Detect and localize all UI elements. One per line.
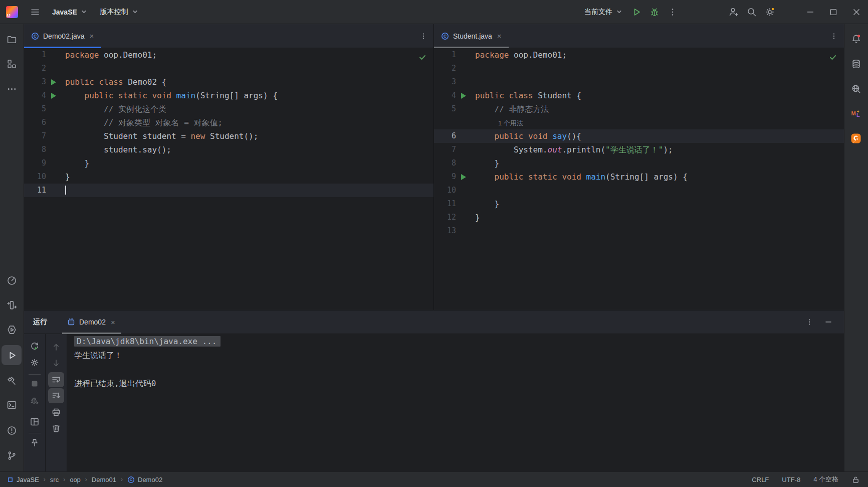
more-actions-button[interactable] [664, 4, 682, 21]
class-icon: C [127, 476, 135, 483]
minimize-button[interactable] [799, 0, 822, 24]
sidebar-item-database[interactable] [846, 54, 866, 74]
editor-right[interactable]: 1package oop.Demo01;234public class Stud… [434, 48, 844, 310]
code-line: 2 [24, 62, 433, 75]
editor-left[interactable]: 1package oop.Demo01;23public class Demo0… [24, 48, 433, 310]
attach-debugger-button[interactable] [27, 393, 43, 408]
sidebar-item-orange-plugin[interactable] [846, 128, 866, 148]
sidebar-item-bracket-tool[interactable] [2, 295, 22, 315]
stop-button[interactable] [27, 376, 43, 391]
line-number[interactable]: 11 [434, 197, 456, 211]
run-config-selector[interactable]: 当前文件 [579, 4, 627, 21]
print-button[interactable] [48, 405, 64, 420]
run-gutter-icon[interactable] [46, 89, 61, 102]
sidebar-item-ml-plugin[interactable]: ML [846, 103, 866, 123]
sidebar-item-more-tools[interactable] [2, 79, 22, 99]
line-number[interactable]: 5 [434, 102, 456, 116]
line-number[interactable]: 7 [24, 129, 46, 143]
console-command-folded[interactable]: D:\Java\jdk8\bin\java.exe ... [74, 336, 221, 347]
sidebar-item-build[interactable] [2, 371, 22, 391]
line-number[interactable]: 9 [24, 156, 46, 170]
line-number[interactable]: 9 [434, 170, 456, 184]
tab-close-icon[interactable]: × [496, 31, 503, 41]
sidebar-item-terminal[interactable] [2, 395, 22, 415]
maximize-button[interactable] [822, 0, 845, 24]
vcs-widget[interactable]: 版本控制 [95, 4, 143, 21]
line-ending-widget[interactable]: CRLF [752, 476, 769, 483]
line-number[interactable] [434, 116, 456, 129]
run-console[interactable]: D:\Java\jdk8\bin\java.exe ...学生说话了！进程已结束… [67, 334, 844, 471]
line-number[interactable]: 3 [434, 75, 456, 89]
readonly-toggle[interactable] [851, 475, 860, 484]
breadcrumb-item-src[interactable]: src [50, 476, 59, 483]
run-tool-window-title[interactable]: 运行 [33, 317, 47, 327]
sidebar-item-project[interactable] [2, 29, 22, 49]
sidebar-item-run[interactable] [2, 345, 22, 365]
line-number[interactable]: 8 [434, 156, 456, 170]
run-gutter-icon[interactable] [456, 89, 471, 102]
sidebar-item-profiler[interactable] [2, 270, 22, 290]
line-number[interactable]: 6 [24, 116, 46, 129]
breadcrumb-item-javase[interactable]: JavaSE [7, 476, 39, 483]
line-number[interactable]: 8 [24, 143, 46, 156]
main-menu-button[interactable] [26, 4, 44, 21]
line-number[interactable]: 6 [434, 129, 456, 143]
project-selector[interactable]: JavaSE [47, 4, 92, 21]
run-button[interactable] [627, 4, 645, 21]
line-number[interactable]: 11 [24, 184, 46, 197]
line-number[interactable]: 13 [434, 224, 456, 238]
soft-wrap-toggle[interactable] [48, 372, 64, 387]
breadcrumb-item-demo02[interactable]: CDemo02 [127, 476, 162, 483]
sidebar-item-problems[interactable] [2, 420, 22, 440]
clear-console-button[interactable] [48, 421, 64, 436]
close-button[interactable] [845, 0, 868, 24]
layout-settings-button[interactable] [27, 414, 43, 429]
tab-list-button-left[interactable] [413, 24, 433, 48]
run-settings-button[interactable] [27, 355, 43, 370]
editor-tab-student[interactable]: C Student.java × [434, 24, 509, 48]
encoding-widget[interactable]: UTF-8 [782, 476, 800, 483]
run-panel-hide-button[interactable] [820, 313, 837, 331]
breadcrumb-item-oop[interactable]: oop [70, 476, 81, 483]
line-number[interactable]: 4 [24, 89, 46, 102]
sidebar-item-services[interactable] [2, 319, 22, 340]
tab-list-button-right[interactable] [824, 24, 844, 48]
inspections-ok-icon[interactable] [829, 53, 837, 61]
inspections-ok-icon[interactable] [418, 53, 426, 61]
line-number[interactable]: 3 [24, 75, 46, 89]
sidebar-item-notifications[interactable] [846, 29, 866, 49]
line-number[interactable]: 1 [434, 48, 456, 62]
run-gutter-icon[interactable] [456, 170, 471, 184]
line-number[interactable]: 5 [24, 102, 46, 116]
sidebar-item-web-search[interactable] [846, 79, 866, 99]
line-number[interactable]: 12 [434, 211, 456, 224]
run-tab-demo02[interactable]: Demo02 × [62, 310, 121, 334]
line-number[interactable]: 2 [24, 62, 46, 75]
tab-close-icon[interactable]: × [110, 317, 116, 327]
tab-close-icon[interactable]: × [89, 31, 95, 41]
rerun-button[interactable] [27, 339, 43, 354]
line-number[interactable]: 10 [24, 170, 46, 184]
usages-inlay-hint[interactable]: 1 个用法 [498, 119, 523, 127]
prev-occurrence-button[interactable] [48, 340, 64, 355]
settings-button[interactable] [761, 4, 779, 21]
scroll-to-end-toggle[interactable] [48, 388, 64, 403]
line-number[interactable]: 4 [434, 89, 456, 102]
run-gutter-icon[interactable] [46, 75, 61, 89]
line-number[interactable]: 7 [434, 143, 456, 156]
next-occurrence-button[interactable] [48, 356, 64, 371]
editor-tab-demo02[interactable]: C Demo02.java × [24, 24, 101, 48]
line-number[interactable]: 10 [434, 184, 456, 197]
breadcrumb-item-demo01[interactable]: Demo01 [92, 476, 116, 483]
run-panel-more-button[interactable] [801, 313, 818, 331]
code-with-me-button[interactable] [725, 4, 743, 21]
search-everywhere-button[interactable] [743, 4, 761, 21]
sidebar-item-git[interactable] [2, 445, 22, 465]
indent-widget[interactable]: 4 个空格 [813, 475, 838, 484]
debug-button[interactable] [645, 4, 664, 21]
sidebar-item-structure[interactable] [2, 54, 22, 74]
gutter-space [456, 102, 471, 116]
line-number[interactable]: 2 [434, 62, 456, 75]
line-number[interactable]: 1 [24, 48, 46, 62]
pin-tab-button[interactable] [27, 435, 43, 450]
